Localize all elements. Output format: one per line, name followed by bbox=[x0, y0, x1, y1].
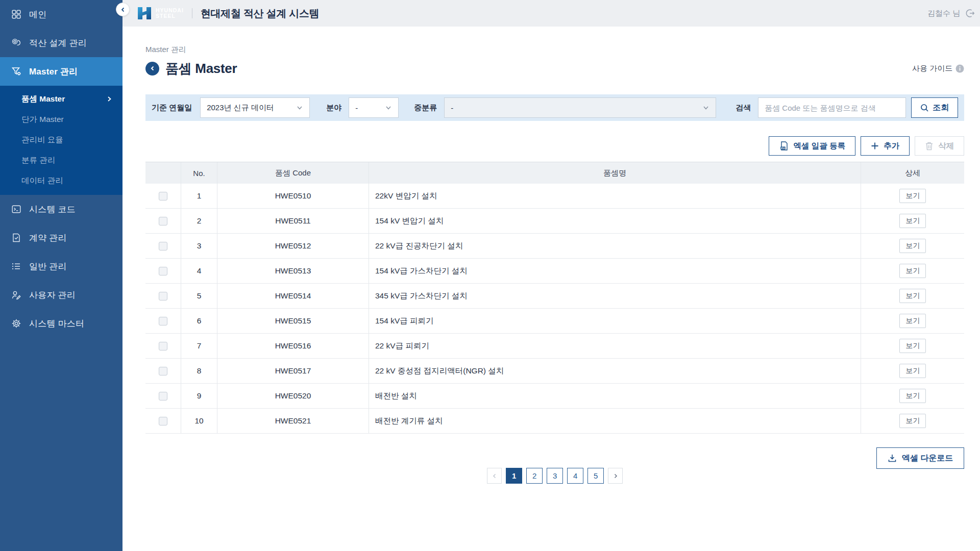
usage-guide[interactable]: 사용 가이드 bbox=[912, 64, 964, 73]
submenu-item-data-mgmt[interactable]: 데이터 관리 bbox=[0, 170, 122, 191]
view-button[interactable]: 보기 bbox=[899, 189, 926, 203]
submenu-item-danga-master[interactable]: 단가 Master bbox=[0, 109, 122, 130]
sidebar-item-contract[interactable]: 계약 관리 bbox=[0, 223, 122, 252]
sidebar-item-label: 시스템 마스터 bbox=[29, 318, 84, 330]
sidebar-item-label: 메인 bbox=[29, 9, 46, 20]
row-checkbox[interactable] bbox=[159, 392, 167, 400]
sidebar-item-master[interactable]: Master 관리 bbox=[0, 57, 122, 86]
mid-category-select[interactable]: - bbox=[444, 97, 716, 118]
pagination-page-3[interactable]: 3 bbox=[547, 468, 563, 484]
sidebar-item-label: Master 관리 bbox=[29, 66, 78, 78]
view-button[interactable]: 보기 bbox=[899, 414, 926, 428]
delete-button[interactable]: 삭제 bbox=[915, 136, 964, 156]
sidebar-item-estimate-design[interactable]: 적산 설계 관리 bbox=[0, 29, 122, 57]
brand-text: HYUNDAI STEEL bbox=[156, 8, 184, 19]
row-checkbox[interactable] bbox=[159, 267, 167, 276]
sidebar-item-main[interactable]: 메인 bbox=[0, 0, 122, 29]
table-footer: 엑셀 다운로드 1 2 3 4 5 bbox=[145, 434, 964, 505]
row-checkbox[interactable] bbox=[159, 242, 167, 251]
row-code: HWE0515 bbox=[217, 309, 369, 333]
row-checkbox[interactable] bbox=[159, 192, 167, 201]
chevron-down-icon bbox=[296, 104, 303, 111]
sector-select[interactable]: - bbox=[349, 97, 399, 118]
sidebar-collapse-button[interactable] bbox=[116, 3, 130, 16]
pagination-prev-button[interactable] bbox=[487, 468, 502, 484]
pagination-next-button[interactable] bbox=[608, 468, 623, 484]
row-code: HWE0517 bbox=[217, 359, 369, 383]
svg-text:xlsx: xlsx bbox=[780, 147, 785, 149]
row-code: HWE0516 bbox=[217, 334, 369, 358]
pagination-page-4[interactable]: 4 bbox=[567, 468, 583, 484]
view-button[interactable]: 보기 bbox=[899, 339, 926, 353]
submenu-item-mgmt-fee[interactable]: 관리비 요율 bbox=[0, 130, 122, 150]
table-row: 2 HWE0511 154 kV 변압기 설치 보기 bbox=[145, 209, 964, 234]
row-checkbox[interactable] bbox=[159, 417, 167, 425]
row-checkbox[interactable] bbox=[159, 367, 167, 375]
sidebar-item-label: 일반 관리 bbox=[29, 261, 67, 272]
pagination-page-2[interactable]: 2 bbox=[526, 468, 543, 484]
user-edit-icon bbox=[11, 290, 21, 300]
chevron-left-icon bbox=[120, 7, 126, 13]
chevron-down-icon bbox=[702, 104, 709, 111]
sidebar-item-system-master[interactable]: 시스템 마스터 bbox=[0, 309, 122, 338]
pagination-page-1[interactable]: 1 bbox=[506, 468, 522, 484]
view-button[interactable]: 보기 bbox=[899, 289, 926, 303]
table-row: 4 HWE0513 154 kV급 가스차단기 설치 보기 bbox=[145, 259, 964, 284]
view-button[interactable]: 보기 bbox=[899, 264, 926, 278]
header-detail: 상세 bbox=[861, 162, 964, 184]
excel-bulk-register-button[interactable]: xlsx 엑셀 일괄 등록 bbox=[769, 136, 856, 156]
grid-icon bbox=[11, 9, 21, 19]
chevron-right-icon bbox=[612, 473, 619, 479]
table-header-row: No. 품셈 Code 품셈명 상세 bbox=[145, 162, 964, 184]
row-name: 345 kV급 가스차단기 설치 bbox=[369, 284, 861, 308]
table-row: 8 HWE0517 22 kV 중성점 접지리액터(NGR) 설치 보기 bbox=[145, 359, 964, 384]
terminal-icon bbox=[11, 204, 21, 214]
sidebar-item-system-code[interactable]: 시스템 코드 bbox=[0, 195, 122, 223]
submenu-item-classification[interactable]: 분류 관리 bbox=[0, 150, 122, 170]
row-code: HWE0520 bbox=[217, 384, 369, 408]
system-title: 현대제철 적산 설계 시스템 bbox=[201, 7, 319, 20]
view-button[interactable]: 보기 bbox=[899, 389, 926, 403]
row-checkbox[interactable] bbox=[159, 317, 167, 325]
search-icon bbox=[920, 104, 929, 112]
table-row: 5 HWE0514 345 kV급 가스차단기 설치 보기 bbox=[145, 284, 964, 309]
sidebar-item-label: 계약 관리 bbox=[29, 232, 67, 244]
row-no: 1 bbox=[181, 184, 217, 208]
row-checkbox[interactable] bbox=[159, 342, 167, 350]
sidebar-item-general[interactable]: 일반 관리 bbox=[0, 252, 122, 281]
row-checkbox[interactable] bbox=[159, 217, 167, 226]
topbar: HYUNDAI STEEL 현대제철 적산 설계 시스템 김철수 님 bbox=[122, 0, 980, 27]
back-button[interactable] bbox=[145, 62, 159, 76]
user-name: 김철수 님 bbox=[927, 9, 960, 18]
search-button[interactable]: 조회 bbox=[911, 97, 958, 118]
view-button[interactable]: 보기 bbox=[899, 314, 926, 328]
row-code: HWE0512 bbox=[217, 234, 369, 258]
mid-category-label: 중분류 bbox=[414, 103, 437, 113]
base-month-value: 2023년 신규 데이터 bbox=[207, 103, 274, 113]
document-check-icon bbox=[11, 233, 21, 243]
header-code: 품셈 Code bbox=[217, 162, 369, 184]
row-name: 154 kV 변압기 설치 bbox=[369, 209, 861, 233]
pagination-page-5[interactable]: 5 bbox=[587, 468, 604, 484]
logout-icon[interactable] bbox=[965, 8, 975, 18]
excel-download-button[interactable]: 엑셀 다운로드 bbox=[876, 447, 964, 469]
row-no: 2 bbox=[181, 209, 217, 233]
view-button[interactable]: 보기 bbox=[899, 214, 926, 228]
coins-icon bbox=[11, 38, 21, 48]
add-button[interactable]: 추가 bbox=[861, 136, 910, 156]
topbar-divider bbox=[192, 8, 192, 18]
trash-icon bbox=[925, 141, 934, 151]
row-name: 22 kV 중성점 접지리액터(NGR) 설치 bbox=[369, 359, 861, 383]
submenu-item-label: 품셈 Master bbox=[21, 94, 65, 105]
sidebar-item-label: 시스템 코드 bbox=[29, 204, 76, 215]
row-checkbox[interactable] bbox=[159, 292, 167, 300]
view-button[interactable]: 보기 bbox=[899, 239, 926, 253]
submenu-item-label: 관리비 요율 bbox=[21, 135, 63, 145]
view-button[interactable]: 보기 bbox=[899, 364, 926, 378]
brand-logo[interactable]: HYUNDAI STEEL bbox=[137, 7, 184, 20]
row-name: 배전반 계기류 설치 bbox=[369, 409, 861, 433]
base-month-select[interactable]: 2023년 신규 데이터 bbox=[200, 97, 310, 118]
search-input[interactable] bbox=[758, 97, 906, 118]
submenu-item-pumsem-master[interactable]: 품셈 Master bbox=[0, 89, 122, 109]
sidebar-item-user-mgmt[interactable]: 사용자 관리 bbox=[0, 281, 122, 309]
